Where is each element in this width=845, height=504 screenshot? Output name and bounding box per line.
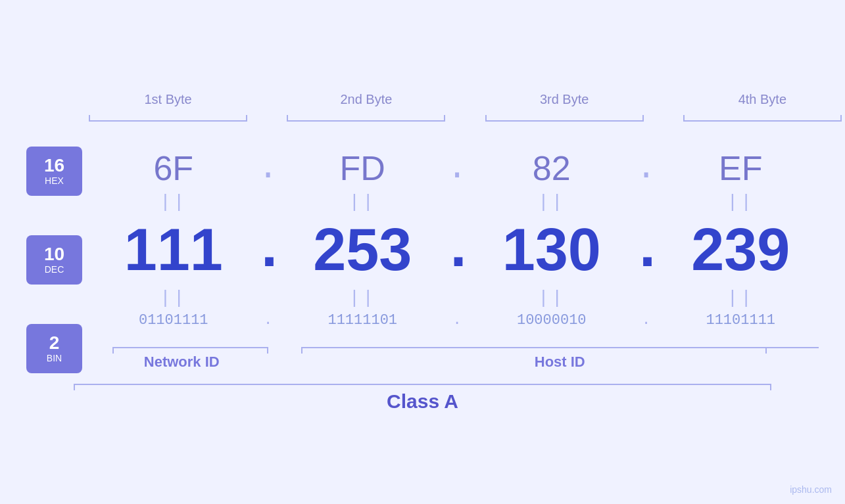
top-brackets: [69, 114, 845, 127]
host-bracket: [301, 335, 819, 348]
dec-base-name: DEC: [45, 264, 64, 275]
hex-badge: 16 HEX: [26, 147, 82, 196]
byte1-header: 1st Byte: [69, 92, 267, 107]
hex-base-name: HEX: [45, 175, 64, 186]
bracket-3: [466, 114, 664, 127]
bytes-area: 6F . FD . 82 . EF: [95, 149, 819, 371]
id-labels: Network ID Host ID: [95, 354, 819, 371]
eq2-byte1: ||: [95, 288, 252, 308]
bin-byte3: 10000010: [473, 312, 630, 329]
eq1-byte2: ||: [285, 192, 441, 212]
dec-dot2: .: [441, 217, 473, 284]
hex-row: 6F . FD . 82 . EF: [95, 149, 819, 188]
dec-byte1: 111: [95, 216, 252, 284]
main-container: 1st Byte 2nd Byte 3rd Byte 4th Byte 16 H…: [0, 0, 845, 504]
dec-byte4: 239: [663, 216, 819, 284]
watermark: ipshu.com: [790, 484, 832, 495]
class-row: Class A: [26, 384, 819, 413]
dec-byte3: 130: [473, 216, 630, 284]
hex-byte4: EF: [663, 149, 819, 188]
bin-dot2: .: [441, 312, 473, 329]
network-id-label: Network ID: [95, 354, 268, 371]
eq2-byte2: ||: [285, 288, 441, 308]
bin-base-name: BIN: [47, 353, 62, 363]
bottom-brackets: [95, 335, 819, 348]
byte3-header: 3rd Byte: [466, 92, 664, 107]
bin-byte1: 01101111: [95, 312, 252, 329]
equals-row-1: || || || ||: [95, 192, 819, 212]
hex-byte1: 6F: [95, 149, 252, 188]
eq1-byte3: ||: [473, 192, 630, 212]
bracket-1: [69, 114, 267, 127]
host-id-label: Host ID: [301, 354, 819, 371]
hex-byte2: FD: [285, 149, 441, 188]
bin-byte2: 11111101: [285, 312, 441, 329]
eq1-byte1: ||: [95, 192, 252, 212]
byte4-header: 4th Byte: [664, 92, 845, 107]
bin-dot1: .: [252, 312, 285, 329]
bin-badge: 2 BIN: [26, 324, 82, 373]
hex-dot2: .: [441, 149, 473, 188]
hex-base-num: 16: [44, 156, 64, 176]
main-grid: 16 HEX 10 DEC 2 BIN 6F .: [26, 147, 819, 373]
hex-byte3: 82: [473, 149, 630, 188]
class-label: Class A: [387, 390, 458, 413]
net-bracket: [95, 335, 268, 348]
hex-dot1: .: [252, 149, 285, 188]
dec-row: 111 . 253 . 130 . 239: [95, 216, 819, 284]
byte2-header: 2nd Byte: [267, 92, 465, 107]
eq2-byte3: ||: [473, 288, 630, 308]
eq1-byte4: ||: [663, 192, 819, 212]
bracket-2: [267, 114, 465, 127]
dec-byte2: 253: [285, 216, 441, 284]
bin-byte4: 11101111: [663, 312, 819, 329]
base-labels: 16 HEX 10 DEC 2 BIN: [26, 147, 82, 373]
class-bracket: [74, 384, 771, 385]
bin-base-num: 2: [49, 333, 60, 354]
byte-headers: 1st Byte 2nd Byte 3rd Byte 4th Byte: [69, 92, 845, 107]
bracket-4: [664, 114, 845, 127]
dec-dot3: .: [630, 217, 663, 284]
net-bracket-spacer: [268, 335, 301, 348]
hex-dot3: .: [630, 149, 663, 188]
eq2-byte4: ||: [663, 288, 819, 308]
dec-badge: 10 DEC: [26, 235, 82, 285]
bin-dot3: .: [630, 312, 663, 329]
dec-base-num: 10: [44, 244, 64, 265]
bin-row: 01101111 . 11111101 . 10000010 .: [95, 312, 819, 329]
dec-dot1: .: [252, 217, 285, 284]
equals-row-2: || || || ||: [95, 288, 819, 308]
